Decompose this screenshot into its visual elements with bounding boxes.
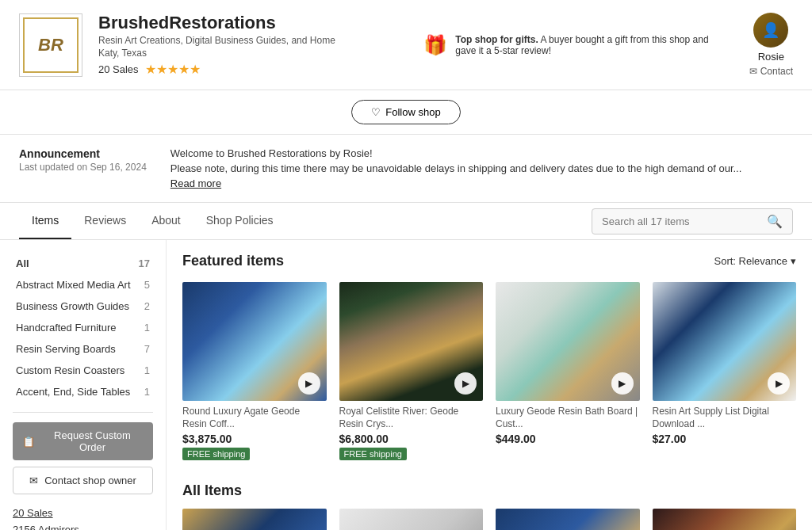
sidebar-label-all: All: [16, 257, 29, 269]
all-item-4[interactable]: [653, 509, 797, 530]
sidebar-count-coasters: 1: [144, 364, 150, 376]
product-name-4: Resin Art Supply List Digital Download .…: [653, 406, 797, 430]
all-item-image-4: [653, 509, 797, 530]
shop-location: Katy, Texas: [98, 48, 384, 59]
sidebar-item-furniture[interactable]: Handcrafted Furniture 1: [13, 317, 153, 338]
sidebar-label-furniture: Handcrafted Furniture: [16, 322, 116, 334]
tab-reviews[interactable]: Reviews: [71, 203, 139, 239]
featured-product-grid: ▶ Round Luxury Agate Geode Resin Coff...…: [182, 282, 796, 460]
announcement-section: Announcement Last updated on Sep 16, 202…: [0, 135, 812, 203]
content-area: Featured items Sort: Relevance ▾ ▶ Round…: [167, 240, 812, 530]
gift-icon: 🎁: [423, 34, 447, 56]
sales-link[interactable]: 20 Sales: [13, 507, 153, 519]
announcement-label: Announcement Last updated on Sep 16, 202…: [19, 147, 147, 189]
product-card-1[interactable]: ▶ Round Luxury Agate Geode Resin Coff...…: [182, 282, 327, 460]
search-input[interactable]: [602, 215, 760, 227]
sidebar-item-tables[interactable]: Accent, End, Side Tables 1: [13, 381, 153, 402]
gift-text: Top shop for gifts. A buyer bought a gif…: [455, 34, 709, 56]
product-price-1: $3,875.00: [182, 433, 327, 445]
shop-name: BrushedRestorations: [98, 13, 384, 33]
all-item-image-3: [496, 509, 640, 530]
contact-label: Contact: [760, 66, 793, 77]
gift-label: Top shop for gifts.: [455, 34, 538, 45]
tab-items[interactable]: Items: [19, 203, 71, 239]
avatar: 👤: [753, 13, 788, 48]
tab-about[interactable]: About: [139, 203, 193, 239]
play-button-2[interactable]: ▶: [454, 372, 477, 395]
product-name-3: Luxury Geode Resin Bath Board | Cust...: [496, 406, 640, 430]
nav-tabs: Items Reviews About Shop Policies 🔍: [0, 203, 812, 240]
shop-logo-text: BR: [23, 17, 79, 73]
shop-logo: BR: [19, 13, 82, 77]
main-layout: All 17 Abstract Mixed Media Art 5 Busine…: [0, 240, 812, 530]
product-card-2[interactable]: ▶ Royal Celistite River: Geode Resin Cry…: [339, 282, 484, 460]
play-button-1[interactable]: ▶: [298, 372, 320, 395]
custom-order-label: Request Custom Order: [41, 429, 144, 453]
announcement-body: Please note, during this time there may …: [170, 162, 742, 174]
play-button-3[interactable]: ▶: [611, 372, 634, 395]
sidebar-item-all[interactable]: All 17: [13, 253, 153, 274]
product-image-3: ▶: [496, 282, 640, 401]
free-shipping-badge-2: FREE shipping: [339, 448, 407, 460]
announcement-date: Last updated on Sep 16, 2024: [19, 162, 147, 173]
read-more-link[interactable]: Read more: [170, 177, 221, 189]
contact-shop-owner-button[interactable]: ✉ Contact shop owner: [13, 467, 153, 494]
product-name-1: Round Luxury Agate Geode Resin Coff...: [182, 406, 327, 430]
sidebar-item-business[interactable]: Business Growth Guides 2: [13, 296, 153, 317]
tab-shop-policies[interactable]: Shop Policies: [193, 203, 286, 239]
all-item-2[interactable]: [339, 509, 484, 530]
contact-shop-label: Contact shop owner: [44, 475, 136, 486]
shop-sales: 20 Sales: [98, 63, 139, 75]
follow-bar: ♡ Follow shop: [0, 90, 812, 135]
all-item-3[interactable]: [496, 509, 640, 530]
envelope-icon: ✉: [749, 66, 757, 77]
sidebar-item-serving[interactable]: Resin Serving Boards 7: [13, 338, 153, 360]
gift-badge: 🎁 Top shop for gifts. A buyer bought a g…: [400, 34, 733, 56]
shop-tagline: Resin Art Creations, Digital Business Gu…: [98, 35, 384, 46]
all-item-1[interactable]: [182, 509, 327, 530]
chevron-down-icon: ▾: [791, 255, 796, 267]
search-icon: 🔍: [767, 214, 783, 229]
product-image-1: ▶: [182, 282, 327, 401]
all-item-image-1: [182, 509, 327, 530]
all-items-title: All Items: [182, 482, 796, 499]
sidebar-label-business: Business Growth Guides: [16, 300, 129, 312]
sidebar-label-serving: Resin Serving Boards: [16, 343, 116, 355]
heart-icon: ♡: [371, 106, 381, 118]
request-custom-order-button[interactable]: 📋 Request Custom Order: [13, 422, 153, 460]
shop-sales-row: 20 Sales ★★★★★: [98, 62, 384, 77]
mail-icon: ✉: [29, 475, 38, 486]
follow-label: Follow shop: [385, 106, 440, 118]
sort-button[interactable]: Sort: Relevance ▾: [714, 255, 797, 267]
sidebar-divider: [13, 412, 153, 413]
shop-info: BrushedRestorations Resin Art Creations,…: [98, 13, 384, 77]
sidebar-label-tables: Accent, End, Side Tables: [16, 386, 130, 398]
clipboard-icon: 📋: [22, 436, 35, 448]
announcement-title: Announcement: [19, 147, 147, 160]
shop-header: BR BrushedRestorations Resin Art Creatio…: [0, 0, 812, 90]
user-name: Rosie: [758, 51, 784, 63]
featured-title: Featured items: [182, 253, 284, 269]
announcement-welcome: Welcome to Brushed Restorations by Rosie…: [170, 147, 742, 159]
follow-button[interactable]: ♡ Follow shop: [351, 100, 460, 124]
sidebar-item-abstract[interactable]: Abstract Mixed Media Art 5: [13, 274, 153, 296]
product-price-4: $27.00: [653, 433, 797, 445]
play-button-4[interactable]: ▶: [768, 372, 790, 395]
product-card-4[interactable]: ▶ Resin Art Supply List Digital Download…: [653, 282, 797, 460]
all-items-grid: [182, 509, 796, 530]
star-rating: ★★★★★: [145, 62, 201, 77]
sidebar-count-serving: 7: [144, 343, 150, 355]
contact-link[interactable]: ✉ Contact: [749, 66, 793, 77]
admirers-link[interactable]: 2156 Admirers: [13, 524, 153, 530]
sidebar-count-business: 2: [144, 300, 150, 312]
product-image-4: ▶: [653, 282, 797, 401]
product-price-2: $6,800.00: [339, 433, 484, 445]
sidebar-item-coasters[interactable]: Custom Resin Coasters 1: [13, 360, 153, 381]
sidebar-label-coasters: Custom Resin Coasters: [16, 364, 124, 376]
sidebar-count-furniture: 1: [144, 322, 150, 334]
featured-header: Featured items Sort: Relevance ▾: [182, 253, 796, 269]
product-card-3[interactable]: ▶ Luxury Geode Resin Bath Board | Cust..…: [496, 282, 640, 460]
sidebar-footer: 20 Sales 2156 Admirers: [13, 507, 153, 530]
announcement-content: Welcome to Brushed Restorations by Rosie…: [170, 147, 742, 189]
sidebar-count-tables: 1: [144, 386, 150, 398]
